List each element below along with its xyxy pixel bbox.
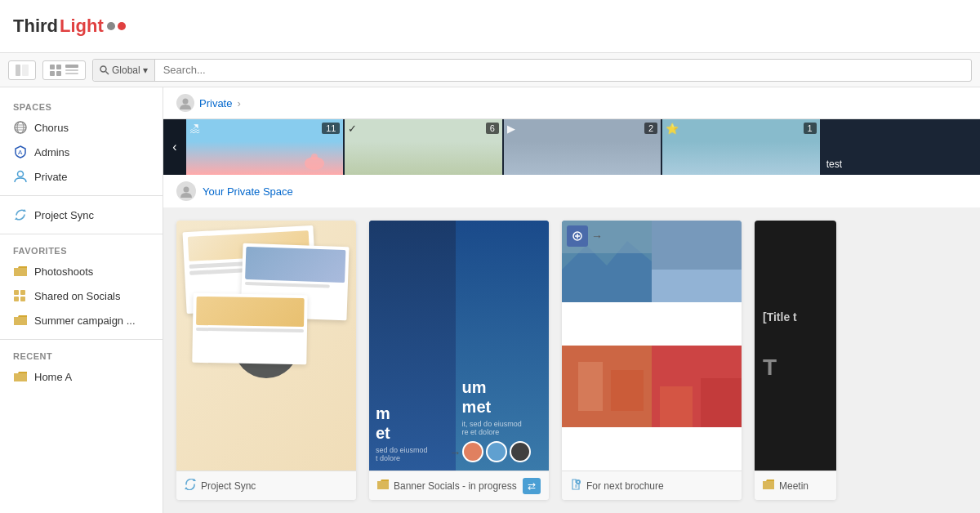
card-project-sync-thumb — [176, 221, 356, 471]
sidebar-divider-3 — [0, 339, 163, 340]
sidebar-item-summer-campaign[interactable]: Summer campaign ... — [0, 308, 163, 332]
sidebar-toggle-icon — [16, 65, 29, 76]
folder-icon-photoshoots — [13, 264, 28, 279]
header: ThirdLight — [0, 0, 980, 53]
sidebar-item-private-label: Private — [34, 171, 67, 183]
svg-rect-42 — [578, 362, 603, 411]
filmstrip-badge-3: 2 — [644, 123, 657, 134]
svg-point-17 — [18, 172, 24, 177]
folder-icon-summer — [13, 313, 28, 328]
card-project-sync[interactable]: Project Sync — [176, 221, 356, 500]
search-input[interactable] — [155, 64, 971, 76]
sidebar-item-project-sync[interactable]: Project Sync — [0, 203, 163, 227]
svg-rect-3 — [56, 65, 61, 69]
sidebar-item-chorus[interactable]: Chorus — [0, 115, 163, 140]
brochure-action-arrow: → — [591, 230, 603, 243]
banner-center-arrow: → — [450, 446, 461, 459]
sync-icon — [13, 207, 28, 222]
filmstrip-item-4[interactable]: ⭐ 1 — [662, 119, 821, 175]
sidebar-item-home-a-label: Home A — [34, 371, 72, 383]
banner-avatar-2 — [486, 441, 507, 462]
card-brochure-footer: For next brochure — [562, 471, 742, 500]
svg-point-27 — [184, 187, 189, 193]
brochure-edit-button[interactable] — [567, 225, 588, 247]
logo-dot-red — [118, 22, 126, 30]
card-for-next-brochure[interactable]: → — [562, 221, 742, 500]
banner-avatar-1 — [462, 441, 483, 462]
private-space-header[interactable]: Your Private Space — [163, 175, 980, 207]
filmstrip-item-1[interactable]: 🏖 11 — [186, 119, 345, 175]
main-content: Private › ‹ 🏖 11 — [163, 87, 980, 513]
svg-rect-5 — [56, 71, 61, 76]
card-banner-socials-footer: Banner Socials - in progress ⇄ — [369, 471, 549, 500]
sidebar-item-private[interactable]: Private — [0, 164, 163, 189]
meeting-title-text: [Title t — [763, 310, 797, 323]
sidebar-item-shared-on-socials-label: Shared on Socials — [34, 290, 121, 302]
svg-rect-0 — [16, 65, 20, 76]
sidebar-item-admins[interactable]: A Admins — [0, 140, 163, 164]
logo-dots — [107, 22, 126, 30]
logo-dot-gray — [107, 22, 115, 30]
sidebar-divider-2 — [0, 234, 163, 234]
svg-rect-2 — [50, 65, 55, 69]
search-filter-chevron: ▾ — [143, 65, 148, 76]
filmstrip-item-5[interactable]: test — [822, 119, 980, 175]
private-space-label: Your Private Space — [203, 185, 293, 198]
brochure-image-3 — [562, 346, 652, 427]
sidebar-toggle-button[interactable] — [8, 60, 36, 80]
sidebar-item-shared-on-socials[interactable]: Shared on Socials — [0, 283, 163, 308]
sidebar-item-admins-label: Admins — [34, 146, 69, 158]
svg-rect-21 — [20, 290, 25, 295]
svg-rect-45 — [660, 386, 693, 427]
card-banner-socials-action-button[interactable]: ⇄ — [523, 478, 541, 494]
spaces-section-title: Spaces — [0, 97, 163, 115]
svg-rect-7 — [65, 69, 78, 71]
grid-view-button[interactable] — [42, 60, 86, 80]
breadcrumb-link[interactable]: Private — [199, 97, 232, 109]
toolbar: Global ▾ — [0, 53, 980, 87]
breadcrumb-separator: › — [237, 97, 240, 109]
svg-rect-22 — [14, 297, 19, 301]
cards-grid: Project Sync — [163, 207, 980, 513]
svg-point-26 — [311, 154, 318, 160]
svg-rect-46 — [701, 378, 742, 427]
card-meeting-footer: Meetin — [755, 471, 836, 500]
private-space-avatar — [176, 181, 196, 201]
svg-rect-1 — [22, 65, 29, 76]
card-project-sync-footer: Project Sync — [176, 471, 356, 500]
svg-text:A: A — [18, 149, 23, 156]
svg-rect-8 — [65, 73, 78, 74]
sidebar-item-home-a[interactable]: Home A — [0, 364, 163, 389]
svg-marker-19 — [15, 217, 18, 220]
card-banner-socials[interactable]: → met sed do eiusmodt dolore ummet it, s… — [369, 221, 549, 500]
card-banner-socials-footer-icon — [377, 479, 389, 493]
search-area: Global ▾ — [92, 59, 972, 82]
grid-icon-shared — [13, 288, 28, 303]
filmstrip-icon-2: ✓ — [348, 123, 357, 135]
main-layout: Spaces Chorus A Admins — [0, 87, 980, 513]
search-filter-button[interactable]: Global ▾ — [93, 60, 155, 81]
folder-icon-home — [13, 369, 28, 384]
card-meeting-thumb: [Title t T — [755, 221, 836, 471]
filmstrip-text-5: test — [826, 158, 842, 170]
filmstrip-item-3[interactable]: ▶ 2 — [504, 119, 662, 175]
filmstrip-badge-2: 6 — [486, 123, 499, 134]
card-meeting[interactable]: [Title t T Meetin — [755, 221, 836, 500]
card-brochure-thumb: → — [562, 221, 742, 471]
grid-view-icon — [50, 65, 63, 76]
sidebar-item-photoshoots[interactable]: Photoshoots — [0, 259, 163, 283]
svg-point-24 — [183, 99, 189, 105]
breadcrumb-avatar — [176, 94, 194, 112]
filmstrip-item-2[interactable]: ✓ 6 — [345, 119, 503, 175]
card-brochure-footer-icon — [570, 479, 581, 493]
filmstrip-prev-button[interactable]: ‹ — [163, 119, 186, 175]
person-icon — [13, 169, 28, 184]
filmstrip-icon-1: 🏖 — [189, 123, 200, 135]
card-meeting-footer-icon — [763, 479, 774, 493]
breadcrumb: Private › — [163, 87, 980, 119]
flamingo-icon — [302, 152, 327, 172]
filmstrip-badge-1: 11 — [322, 123, 340, 134]
sidebar-item-project-sync-label: Project Sync — [34, 209, 94, 221]
svg-rect-23 — [20, 297, 25, 301]
card-brochure-label: For next brochure — [586, 480, 664, 492]
